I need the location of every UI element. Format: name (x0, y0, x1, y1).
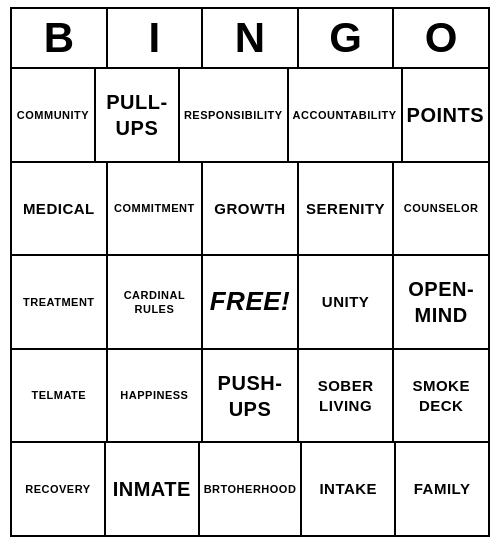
bingo-cell: ACCOUNTABILITY (289, 69, 403, 161)
cell-text: SOBER LIVING (303, 376, 389, 415)
header-letter: N (203, 9, 299, 67)
bingo-cell: HAPPINESS (108, 350, 204, 442)
bingo-cell: POINTS (403, 69, 488, 161)
cell-text: MEDICAL (23, 199, 95, 219)
cell-text: SERENITY (306, 199, 385, 219)
cell-text: INTAKE (319, 479, 377, 499)
bingo-cell: GROWTH (203, 163, 299, 255)
cell-text: RESPONSIBILITY (184, 108, 283, 122)
bingo-cell: TREATMENT (12, 256, 108, 348)
cell-text: RECOVERY (25, 482, 90, 496)
bingo-cell: COMMUNITY (12, 69, 96, 161)
bingo-row: COMMUNITYPULL-UPSRESPONSIBILITYACCOUNTAB… (12, 69, 488, 163)
bingo-header: BINGO (12, 9, 488, 69)
cell-text: SMOKE DECK (398, 376, 484, 415)
bingo-row: TELMATEHAPPINESSPUSH-UPSSOBER LIVINGSMOK… (12, 350, 488, 444)
cell-text: COUNSELOR (404, 201, 479, 215)
bingo-cell: RESPONSIBILITY (180, 69, 289, 161)
bingo-row: MEDICALCOMMITMENTGROWTHSERENITYCOUNSELOR (12, 163, 488, 257)
bingo-row: TREATMENTCARDINAL RULESFree!UNITYOPEN-MI… (12, 256, 488, 350)
cell-text: TELMATE (31, 388, 86, 402)
bingo-row: RECOVERYINMATEBRTOHERHOODINTAKEFAMILY (12, 443, 488, 535)
bingo-cell: Free! (203, 256, 299, 348)
cell-text: HAPPINESS (120, 388, 188, 402)
bingo-cell: TELMATE (12, 350, 108, 442)
cell-text: CARDINAL RULES (112, 288, 198, 317)
header-letter: I (108, 9, 204, 67)
header-letter: G (299, 9, 395, 67)
bingo-cell: INMATE (106, 443, 200, 535)
bingo-cell: SMOKE DECK (394, 350, 488, 442)
bingo-cell: OPEN-MIND (394, 256, 488, 348)
bingo-cell: PUSH-UPS (203, 350, 299, 442)
cell-text: INMATE (113, 476, 191, 502)
bingo-cell: FAMILY (396, 443, 488, 535)
bingo-cell: PULL-UPS (96, 69, 180, 161)
cell-text: OPEN-MIND (398, 276, 484, 328)
cell-text: PULL-UPS (100, 89, 174, 141)
bingo-cell: CARDINAL RULES (108, 256, 204, 348)
bingo-card: BINGO COMMUNITYPULL-UPSRESPONSIBILITYACC… (10, 7, 490, 537)
cell-text: UNITY (322, 292, 370, 312)
header-letter: O (394, 9, 488, 67)
header-letter: B (12, 9, 108, 67)
bingo-cell: INTAKE (302, 443, 396, 535)
bingo-grid: COMMUNITYPULL-UPSRESPONSIBILITYACCOUNTAB… (12, 69, 488, 535)
bingo-cell: BRTOHERHOOD (200, 443, 303, 535)
bingo-cell: RECOVERY (12, 443, 106, 535)
cell-text: BRTOHERHOOD (204, 482, 297, 496)
cell-text: COMMUNITY (17, 108, 89, 122)
cell-text: Free! (210, 285, 291, 319)
cell-text: TREATMENT (23, 295, 95, 309)
cell-text: ACCOUNTABILITY (293, 108, 397, 122)
bingo-cell: SERENITY (299, 163, 395, 255)
cell-text: POINTS (407, 102, 484, 128)
bingo-cell: MEDICAL (12, 163, 108, 255)
cell-text: FAMILY (414, 479, 471, 499)
bingo-cell: SOBER LIVING (299, 350, 395, 442)
bingo-cell: COUNSELOR (394, 163, 488, 255)
cell-text: COMMITMENT (114, 201, 195, 215)
cell-text: PUSH-UPS (207, 370, 293, 422)
bingo-cell: UNITY (299, 256, 395, 348)
bingo-cell: COMMITMENT (108, 163, 204, 255)
cell-text: GROWTH (214, 199, 285, 219)
